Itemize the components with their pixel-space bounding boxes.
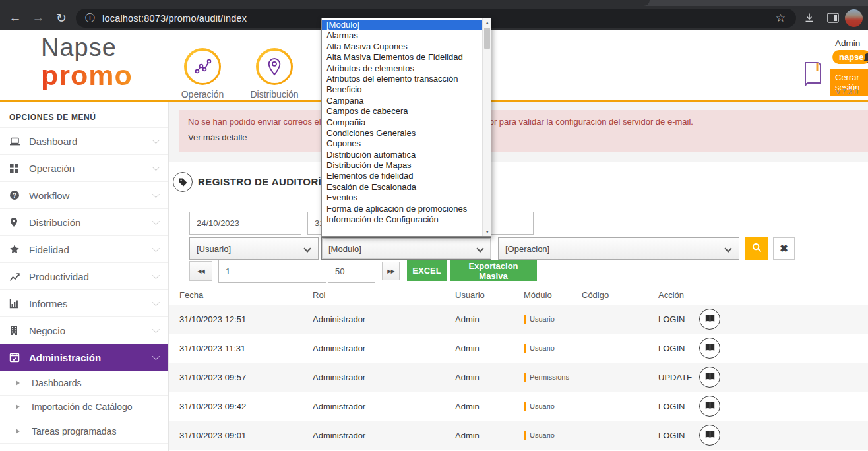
- cell-usuario: Admin: [455, 344, 524, 353]
- site-info-icon[interactable]: ⓘ: [85, 12, 95, 24]
- action-name: LOGIN: [658, 344, 697, 353]
- clear-filters-button[interactable]: ✖: [773, 237, 795, 260]
- sidebar-item-label: Administración: [29, 352, 101, 363]
- chevron-down-icon: [152, 218, 160, 225]
- line-chart-icon: [9, 272, 24, 282]
- dropdown-option-distribucion-de-mapas[interactable]: Distribución de Mapas: [322, 160, 482, 171]
- chevron-right-icon: [16, 429, 20, 434]
- page-size-input[interactable]: [328, 260, 375, 283]
- scrollbar-thumb[interactable]: [484, 28, 490, 49]
- manual-book-icon[interactable]: [801, 60, 824, 92]
- action-name: LOGIN: [658, 315, 697, 324]
- cell-accion: LOGIN: [658, 425, 790, 446]
- bookmark-star-icon[interactable]: ☆: [776, 11, 786, 25]
- module-name: Usuario: [530, 431, 555, 439]
- dropdown-option-forma-de-aplicacion-de-promociones[interactable]: Forma de aplicación de promociones: [322, 204, 482, 214]
- dropdown-option--modulo-[interactable]: [Modulo]: [322, 20, 482, 30]
- mass-export-button[interactable]: Exportacion Masiva: [450, 260, 537, 281]
- app-version: v 7.3.0: [836, 88, 858, 96]
- sidebar-item-workflow[interactable]: ?Workflow: [0, 181, 168, 208]
- dropdown-option-alarmas[interactable]: Alarmas: [322, 30, 482, 41]
- notification-bell-icon[interactable]: [863, 52, 868, 67]
- module-name: Usuario: [530, 402, 555, 410]
- sidebar-subitem-importacion-de-catalogo[interactable]: Importación de Catálogo: [0, 395, 168, 419]
- location-pin-icon: [9, 217, 24, 227]
- page-prev-button[interactable]: ◀◀: [189, 261, 212, 281]
- dropdown-option-eventos[interactable]: Eventos: [322, 193, 482, 203]
- main-content: No se han podido enviar correos electrón…: [169, 102, 868, 451]
- dropdown-option-atributos-del-elemento-transaccion[interactable]: Atributos del elemento transacción: [322, 74, 482, 84]
- module-name: Usuario: [530, 344, 555, 352]
- browser-tab-strip: [0, 0, 868, 6]
- date-from-input[interactable]: [189, 212, 301, 235]
- alert-detail-link[interactable]: Ver más detalle: [188, 133, 859, 142]
- sidebar-item-productividad[interactable]: Productividad: [0, 262, 168, 289]
- page-next-button[interactable]: ▶▶: [382, 262, 400, 280]
- sidebar-item-informes[interactable]: Informes: [0, 289, 168, 316]
- table-header: FechaRolUsuarioMóduloCódigoAcción: [169, 285, 868, 305]
- sidebar-item-fidelidad[interactable]: Fidelidad: [0, 235, 168, 262]
- dropdown-option-condiciones-generales[interactable]: Condiciones Generales: [322, 128, 482, 138]
- cell-fecha: 31/10/2023 09:01: [169, 431, 313, 440]
- page-number-input[interactable]: [218, 260, 326, 283]
- sidebar-subitem-label: Tareas programadas: [32, 426, 116, 436]
- side-panel-icon[interactable]: [821, 13, 845, 23]
- sidebar-item-dashboard[interactable]: Dashboard: [0, 127, 168, 154]
- search-button[interactable]: [745, 237, 768, 260]
- dropdown-option-informacion-de-configuracion[interactable]: Información de Configuración: [322, 214, 482, 225]
- url-text[interactable]: localhost:8073/promo/audit/index: [102, 13, 247, 24]
- header-module-operacion[interactable]: Operación: [166, 48, 239, 100]
- cell-usuario: Admin: [455, 315, 524, 324]
- sidebar-subitem-informacion-de-configuracion[interactable]: Información de configuración: [0, 443, 168, 451]
- grid-icon: [9, 164, 24, 173]
- sidebar-item-administracion[interactable]: Administración: [0, 344, 168, 371]
- dropdown-option-cupones[interactable]: Cupones: [322, 138, 482, 149]
- table-row: 31/10/2023 09:57AdministradorAdminPermis…: [169, 363, 868, 392]
- dropdown-option-escalon-de-escalonada[interactable]: Escalón de Escalonada: [322, 182, 482, 193]
- view-detail-button[interactable]: [699, 367, 720, 388]
- browser-profile-avatar[interactable]: [845, 9, 863, 27]
- page-title: REGISTRO DE AUDITORÍAS: [198, 176, 336, 187]
- chevron-down-icon: [152, 191, 160, 198]
- scroll-down-icon[interactable]: ▼: [483, 227, 491, 236]
- dropdown-option-alta-masiva-cupones[interactable]: Alta Masiva Cupones: [322, 42, 482, 52]
- question-circle-icon: ?: [9, 190, 24, 200]
- cell-modulo: Usuario: [524, 344, 582, 353]
- sidebar-subitem-tareas-programadas[interactable]: Tareas programadas: [0, 419, 168, 443]
- chevron-down-icon: [476, 245, 483, 252]
- browser-active-tab[interactable]: [0, 0, 650, 6]
- chevron-right-icon: [16, 380, 20, 386]
- sidebar-item-negocio[interactable]: Negocio: [0, 316, 168, 344]
- dropdown-option-distribucion-automatica[interactable]: Distribución automática: [322, 150, 482, 160]
- operacion-select[interactable]: [Operacion]: [498, 237, 739, 260]
- action-name: UPDATE: [658, 373, 697, 382]
- open-book-icon: [704, 401, 716, 412]
- sidebar-item-distribucion[interactable]: Distribución: [0, 208, 168, 235]
- view-detail-button[interactable]: [699, 309, 720, 330]
- scroll-up-icon[interactable]: ▲: [483, 18, 491, 27]
- usuario-select[interactable]: [Usuario]: [189, 237, 319, 260]
- audit-card: REGISTRO DE AUDITORÍAS [Usuario] [Modulo…: [169, 162, 868, 451]
- dropdown-option-atributos-de-elementos[interactable]: Atributos de elementos: [322, 63, 482, 74]
- sidebar-item-operacion[interactable]: Operación: [0, 154, 168, 181]
- building-icon: [9, 325, 24, 336]
- dropdown-option-compania[interactable]: Compañia: [322, 117, 482, 128]
- forward-arrow-icon[interactable]: →: [27, 6, 49, 30]
- dropdown-option-elementos-de-fidelidad[interactable]: Elementos de fidelidad: [322, 171, 482, 181]
- excel-export-button[interactable]: EXCEL: [407, 260, 447, 281]
- dropdown-option-campana[interactable]: Campaña: [322, 96, 482, 106]
- view-detail-button[interactable]: [699, 425, 720, 446]
- view-detail-button[interactable]: [699, 396, 720, 417]
- download-icon[interactable]: [797, 12, 821, 24]
- view-detail-button[interactable]: [699, 338, 720, 359]
- dropdown-option-beneficio[interactable]: Beneficio: [322, 84, 482, 95]
- modulo-select[interactable]: [Modulo]: [321, 237, 491, 260]
- sidebar-subitem-dashboards[interactable]: Dashboards: [0, 371, 168, 395]
- header-module-distribucion[interactable]: Distribución: [238, 48, 311, 100]
- back-arrow-icon[interactable]: ←: [4, 6, 26, 30]
- reload-icon[interactable]: ↻: [50, 6, 73, 30]
- dropdown-option-campos-de-cabecera[interactable]: Campos de cabecera: [322, 106, 482, 117]
- dropdown-option-alta-masiva-elementos-de-fidelidad[interactable]: Alta Masiva Elementos de Fidelidad: [322, 52, 482, 63]
- dropdown-scrollbar[interactable]: ▲ ▼: [482, 18, 491, 236]
- chevron-down-icon: [152, 299, 160, 306]
